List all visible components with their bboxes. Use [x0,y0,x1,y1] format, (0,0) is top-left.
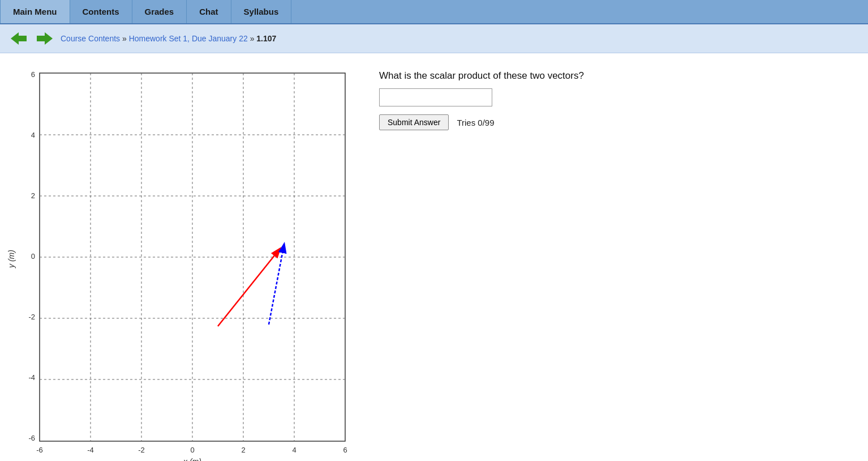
svg-text:x (m): x (m) [183,457,201,461]
svg-text:0: 0 [190,446,194,454]
svg-text:6: 6 [31,70,35,79]
breadcrumb-bar: Course Contents » Homework Set 1, Due Ja… [0,24,868,53]
svg-text:2: 2 [241,446,245,454]
breadcrumb-sep1: » [122,34,129,43]
submit-answer-button[interactable]: Submit Answer [379,114,449,130]
breadcrumb-sep2: » [250,34,257,43]
nav-grades[interactable]: Grades [132,0,187,23]
svg-text:-6: -6 [28,434,35,442]
question-text: What is the scalar product of these two … [379,70,584,82]
svg-text:-6: -6 [36,446,43,454]
forward-button[interactable] [35,30,55,47]
nav-syllabus[interactable]: Syllabus [231,0,292,23]
nav-chat[interactable]: Chat [187,0,231,23]
svg-text:y (m): y (m) [7,250,16,268]
svg-rect-3 [37,36,46,41]
breadcrumb-current: 1.107 [256,34,276,43]
graph-container: 6 4 2 0 -2 -4 -6 -6 -4 -2 0 2 4 6 x (m) … [6,65,356,461]
answer-input[interactable] [379,88,492,106]
svg-text:6: 6 [343,446,347,454]
svg-text:-4: -4 [87,446,94,454]
graph-svg: 6 4 2 0 -2 -4 -6 -6 -4 -2 0 2 4 6 x (m) … [6,65,356,461]
svg-text:-2: -2 [28,313,35,321]
svg-text:0: 0 [31,252,35,261]
main-content: 6 4 2 0 -2 -4 -6 -6 -4 -2 0 2 4 6 x (m) … [0,53,868,461]
svg-marker-2 [45,32,53,45]
tries-text: Tries 0/99 [457,118,494,127]
svg-text:4: 4 [31,131,35,139]
svg-marker-0 [11,32,19,45]
svg-text:4: 4 [292,446,296,454]
svg-text:-4: -4 [28,373,35,382]
breadcrumb-homework-set[interactable]: Homework Set 1, Due January 22 [129,34,248,43]
back-button[interactable] [8,30,29,47]
svg-text:2: 2 [31,191,35,200]
top-navigation: Main Menu Contents Grades Chat Syllabus [0,0,868,24]
svg-text:-2: -2 [138,446,145,454]
breadcrumb-course-contents[interactable]: Course Contents [61,34,120,43]
breadcrumb: Course Contents » Homework Set 1, Due Ja… [61,34,276,43]
nav-contents[interactable]: Contents [70,0,132,23]
nav-main-menu[interactable]: Main Menu [0,0,70,23]
svg-rect-1 [18,36,27,41]
question-area: What is the scalar product of these two … [379,65,584,130]
submit-row: Submit Answer Tries 0/99 [379,114,584,130]
